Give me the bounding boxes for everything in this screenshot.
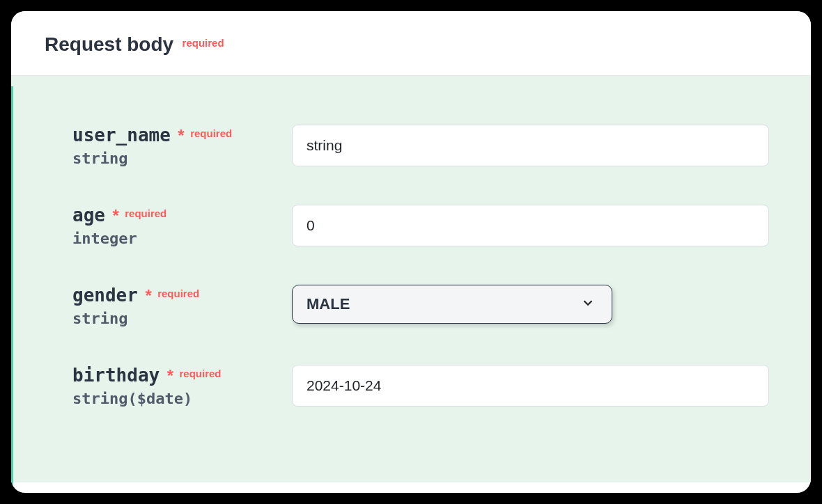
required-label: required bbox=[157, 288, 199, 299]
required-tag: required bbox=[183, 37, 224, 49]
field-row-age: age * required integer bbox=[72, 205, 769, 247]
field-label-col: birthday * required string($date) bbox=[72, 365, 292, 407]
field-type-label: string bbox=[72, 310, 292, 327]
field-type-label: string($date) bbox=[72, 390, 292, 407]
required-asterisk: * bbox=[178, 126, 184, 145]
section-title: Request body bbox=[45, 33, 173, 56]
field-name-label: gender bbox=[72, 285, 138, 306]
field-type-label: string bbox=[72, 150, 292, 167]
required-asterisk: * bbox=[167, 366, 173, 385]
required-label: required bbox=[190, 127, 232, 139]
gender-select[interactable] bbox=[292, 285, 612, 324]
field-name-label: birthday bbox=[72, 365, 160, 386]
required-asterisk: * bbox=[145, 286, 151, 305]
field-input-col bbox=[292, 205, 769, 246]
form-body: user_name * required string age * requir… bbox=[11, 76, 811, 482]
field-row-gender: gender * required string bbox=[72, 285, 769, 327]
left-accent-bar bbox=[11, 86, 13, 493]
request-body-card: Request body required user_name * requir… bbox=[11, 11, 811, 493]
field-input-col bbox=[292, 285, 769, 324]
required-label: required bbox=[179, 368, 221, 379]
field-row-birthday: birthday * required string($date) bbox=[72, 365, 769, 407]
field-type-label: integer bbox=[72, 230, 292, 247]
user-name-input[interactable] bbox=[292, 125, 769, 166]
section-header: Request body required bbox=[11, 11, 811, 76]
age-input[interactable] bbox=[292, 205, 769, 246]
gender-select-wrap bbox=[292, 285, 612, 324]
field-name-label: user_name bbox=[72, 125, 171, 145]
birthday-input[interactable] bbox=[292, 365, 769, 407]
field-name-label: age bbox=[72, 205, 105, 226]
required-asterisk: * bbox=[112, 206, 118, 225]
field-input-col bbox=[292, 125, 769, 166]
field-label-col: user_name * required string bbox=[72, 125, 292, 167]
field-input-col bbox=[292, 365, 769, 407]
required-label: required bbox=[125, 207, 166, 219]
field-label-col: gender * required string bbox=[72, 285, 292, 327]
field-row-user-name: user_name * required string bbox=[72, 125, 769, 167]
field-label-col: age * required integer bbox=[72, 205, 292, 247]
